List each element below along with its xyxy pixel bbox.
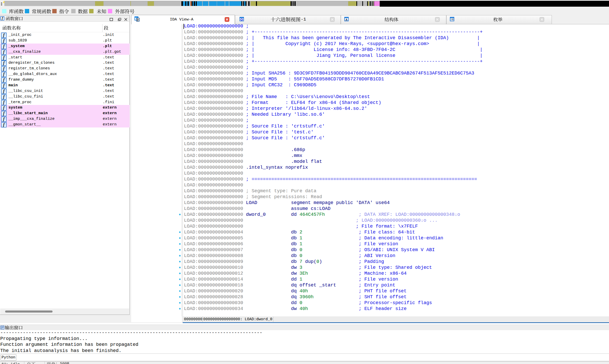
svg-text:A: A xyxy=(345,18,347,21)
